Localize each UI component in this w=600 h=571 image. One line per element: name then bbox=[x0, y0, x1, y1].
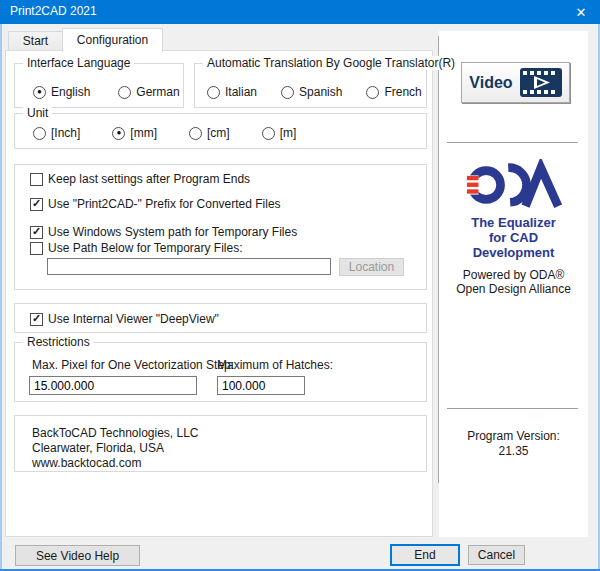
radio-m[interactable]: [m] bbox=[262, 126, 297, 140]
checkbox-label: Use Windows System path for Temporary Fi… bbox=[48, 225, 297, 239]
footer-bar: See Video Help End Cancel bbox=[2, 537, 598, 569]
powered-line2: Open Design Alliance bbox=[439, 282, 588, 296]
radio-cm[interactable]: [cm] bbox=[189, 126, 230, 140]
radio-french[interactable]: French bbox=[366, 85, 421, 99]
program-version: Program Version: 21.35 bbox=[439, 429, 588, 459]
radio-english[interactable]: ● English bbox=[33, 85, 90, 99]
group-title-auto-translation: Automatic Translation By Google Translat… bbox=[203, 56, 459, 70]
check-mark: ✓ bbox=[32, 198, 41, 209]
panel-viewer: ✓ Use Internal Viewer "DeepView" bbox=[14, 303, 427, 333]
checkbox-box bbox=[30, 173, 43, 186]
radio-spanish[interactable]: Spanish bbox=[281, 85, 342, 99]
radio-label: Italian bbox=[225, 85, 257, 99]
close-icon[interactable]: ✕ bbox=[566, 0, 596, 24]
checkbox-label: Use "Print2CAD-" Prefix for Converted Fi… bbox=[48, 197, 281, 211]
radio-circle bbox=[189, 127, 202, 140]
radio-label: French bbox=[384, 85, 421, 99]
powered-by-text: Powered by ODA® Open Design Alliance bbox=[439, 268, 588, 296]
radio-label: [m] bbox=[280, 126, 297, 140]
radio-mm[interactable]: ● [mm] bbox=[112, 126, 157, 140]
checkbox-box: ✓ bbox=[30, 313, 43, 326]
radio-dot: ● bbox=[116, 129, 121, 137]
radio-label: [mm] bbox=[130, 126, 157, 140]
checkbox-label: Use Internal Viewer "DeepView" bbox=[48, 312, 219, 326]
company-name: BackToCAD Technologies, LLC bbox=[32, 426, 199, 441]
location-button[interactable]: Location bbox=[339, 258, 404, 276]
radio-italian[interactable]: Italian bbox=[207, 85, 257, 99]
film-play-icon bbox=[520, 68, 562, 97]
vertical-separator bbox=[438, 36, 439, 483]
checkbox-prefix-converted-files[interactable]: ✓ Use "Print2CAD-" Prefix for Converted … bbox=[30, 197, 281, 211]
radio-german[interactable]: German bbox=[118, 85, 179, 99]
temp-path-input[interactable] bbox=[47, 258, 331, 275]
group-title-unit: Unit bbox=[23, 106, 52, 120]
video-button-label: Video bbox=[469, 74, 512, 92]
panel-settings: Keep last settings after Program Ends ✓ … bbox=[14, 164, 427, 290]
radio-circle bbox=[281, 86, 294, 99]
checkbox-path-below-temp-files[interactable]: Use Path Below for Temporary Files: bbox=[30, 241, 243, 255]
checkbox-windows-system-path[interactable]: ✓ Use Windows System path for Temporary … bbox=[30, 225, 297, 239]
video-button[interactable]: Video bbox=[461, 62, 570, 103]
oda-tagline: The Equalizer for CAD Development bbox=[439, 215, 588, 260]
checkbox-keep-last-settings[interactable]: Keep last settings after Program Ends bbox=[30, 172, 250, 186]
window-border-left bbox=[0, 24, 2, 571]
group-restrictions: Restrictions Max. Pixel for One Vectoriz… bbox=[14, 342, 427, 402]
company-location: Clearwater, Florida, USA bbox=[32, 441, 199, 456]
company-website: www.backtocad.com bbox=[32, 456, 199, 471]
checkbox-box bbox=[30, 242, 43, 255]
radio-circle bbox=[262, 127, 275, 140]
right-panel: Video bbox=[439, 31, 588, 537]
group-unit: Unit [Inch] ● [mm] [cm] [m] bbox=[14, 113, 427, 149]
max-hatches-input[interactable] bbox=[217, 376, 305, 395]
divider-top bbox=[447, 142, 578, 143]
radio-label: [Inch] bbox=[51, 126, 80, 140]
max-pixel-label: Max. Pixel for One Vectorization Step: bbox=[32, 358, 234, 372]
powered-line1: Powered by ODA® bbox=[439, 268, 588, 282]
checkbox-label: Keep last settings after Program Ends bbox=[48, 172, 250, 186]
checkbox-box: ✓ bbox=[30, 226, 43, 239]
radio-inch[interactable]: [Inch] bbox=[33, 126, 80, 140]
titlebar: Print2CAD 2021 ✕ bbox=[0, 0, 600, 24]
tagline-line1: The Equalizer bbox=[439, 215, 588, 230]
check-mark: ✓ bbox=[32, 313, 41, 324]
tagline-line3: Development bbox=[439, 245, 588, 260]
radio-label: German bbox=[136, 85, 179, 99]
cancel-button[interactable]: Cancel bbox=[468, 545, 525, 565]
radio-circle bbox=[207, 86, 220, 99]
radio-circle bbox=[366, 86, 379, 99]
end-button[interactable]: End bbox=[390, 544, 460, 566]
radio-circle bbox=[118, 86, 131, 99]
see-video-help-button[interactable]: See Video Help bbox=[15, 545, 140, 566]
radio-circle bbox=[33, 127, 46, 140]
tab-configuration[interactable]: Configuration bbox=[62, 28, 163, 52]
dialog-window: Print2CAD 2021 ✕ Start Configuration Int… bbox=[0, 0, 600, 571]
radio-label: Spanish bbox=[299, 85, 342, 99]
max-hatches-label: Maximum of Hatches: bbox=[217, 358, 333, 372]
radio-circle: ● bbox=[33, 86, 46, 99]
tab-start[interactable]: Start bbox=[8, 31, 63, 51]
divider-bottom bbox=[447, 408, 578, 409]
radio-label: [cm] bbox=[207, 126, 230, 140]
max-pixel-input[interactable] bbox=[29, 376, 197, 395]
checkbox-label: Use Path Below for Temporary Files: bbox=[48, 241, 243, 255]
group-interface-language: Interface Language ● English German bbox=[14, 63, 184, 108]
group-title-interface-language: Interface Language bbox=[23, 56, 134, 70]
panel-company-info: BackToCAD Technologies, LLC Clearwater, … bbox=[14, 415, 427, 472]
program-version-value: 21.35 bbox=[439, 444, 588, 459]
group-auto-translation: Automatic Translation By Google Translat… bbox=[194, 63, 427, 108]
radio-dot: ● bbox=[37, 88, 42, 96]
program-version-label: Program Version: bbox=[439, 429, 588, 444]
configuration-page: Interface Language ● English German Auto… bbox=[5, 50, 433, 537]
group-title-restrictions: Restrictions bbox=[23, 335, 94, 349]
tagline-line2: for CAD bbox=[439, 230, 588, 245]
check-mark: ✓ bbox=[32, 226, 41, 237]
window-title: Print2CAD 2021 bbox=[10, 4, 97, 18]
radio-circle: ● bbox=[112, 127, 125, 140]
oda-logo-icon bbox=[466, 159, 562, 211]
checkbox-box: ✓ bbox=[30, 198, 43, 211]
radio-label: English bbox=[51, 85, 90, 99]
checkbox-internal-viewer-deepview[interactable]: ✓ Use Internal Viewer "DeepView" bbox=[30, 312, 219, 326]
